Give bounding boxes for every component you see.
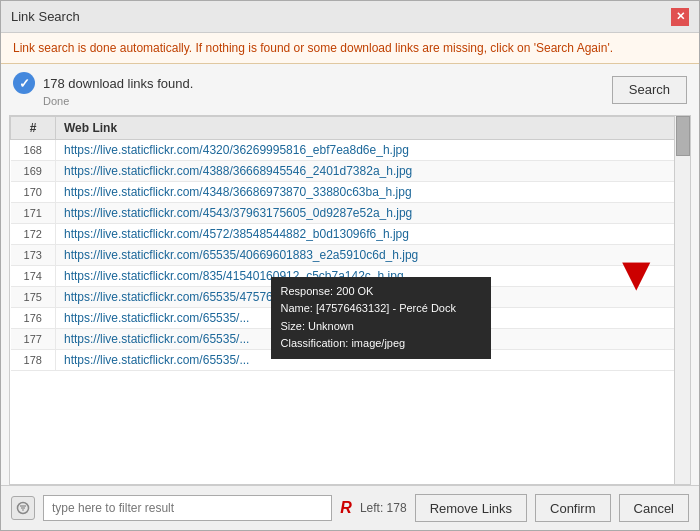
r-logo: R <box>340 499 352 517</box>
cell-num: 172 <box>11 224 56 245</box>
links-table: # Web Link 168https://live.staticflickr.… <box>10 116 690 371</box>
cell-link[interactable]: https://live.staticflickr.com/65535/4066… <box>56 245 690 266</box>
cell-link[interactable]: https://live.staticflickr.com/4320/36269… <box>56 140 690 161</box>
cell-link[interactable]: https://live.staticflickr.com/4572/38548… <box>56 224 690 245</box>
cell-num: 175 <box>11 287 56 308</box>
info-text: Link search is done automatically. If no… <box>13 41 613 55</box>
dialog-title: Link Search <box>11 9 80 24</box>
cell-link[interactable]: https://live.staticflickr.com/65535/... <box>56 350 690 371</box>
cell-num: 176 <box>11 308 56 329</box>
table-row[interactable]: 168https://live.staticflickr.com/4320/36… <box>11 140 691 161</box>
cell-link[interactable]: https://live.staticflickr.com/65535/4757… <box>56 287 690 308</box>
cancel-button[interactable]: Cancel <box>619 494 689 522</box>
cell-link[interactable]: https://live.staticflickr.com/4388/36668… <box>56 161 690 182</box>
table-row[interactable]: 175https://live.staticflickr.com/65535/4… <box>11 287 691 308</box>
table-row[interactable]: 177https://live.staticflickr.com/65535/.… <box>11 329 691 350</box>
cell-num: 177 <box>11 329 56 350</box>
cell-num: 169 <box>11 161 56 182</box>
left-count-label: Left: 178 <box>360 501 407 515</box>
links-found-text: 178 download links found. <box>43 76 193 91</box>
cell-link[interactable]: https://live.staticflickr.com/4348/36686… <box>56 182 690 203</box>
remove-links-button[interactable]: Remove Links <box>415 494 527 522</box>
status-top: ✓ 178 download links found. <box>13 72 193 94</box>
cell-link[interactable]: https://live.staticflickr.com/65535/... <box>56 308 690 329</box>
link-search-dialog: Link Search ✕ Link search is done automa… <box>0 0 700 531</box>
col-header-link: Web Link <box>56 117 690 140</box>
cell-link[interactable]: https://live.staticflickr.com/835/415401… <box>56 266 690 287</box>
title-bar: Link Search ✕ <box>1 1 699 33</box>
filter-input[interactable] <box>43 495 332 521</box>
status-row: ✓ 178 download links found. Done Search <box>1 64 699 115</box>
table-row[interactable]: 173https://live.staticflickr.com/65535/4… <box>11 245 691 266</box>
cell-link[interactable]: https://live.staticflickr.com/65535/... <box>56 329 690 350</box>
scrollbar[interactable] <box>674 116 690 484</box>
table-row[interactable]: 178https://live.staticflickr.com/65535/.… <box>11 350 691 371</box>
cell-num: 170 <box>11 182 56 203</box>
table-row[interactable]: 176https://live.staticflickr.com/65535/.… <box>11 308 691 329</box>
table-row[interactable]: 174https://live.staticflickr.com/835/415… <box>11 266 691 287</box>
cell-link[interactable]: https://live.staticflickr.com/4543/37963… <box>56 203 690 224</box>
scrollbar-thumb[interactable] <box>676 116 690 156</box>
checkmark-icon: ✓ <box>13 72 35 94</box>
search-button[interactable]: Search <box>612 76 687 104</box>
confirm-button[interactable]: Confirm <box>535 494 611 522</box>
info-bar: Link search is done automatically. If no… <box>1 33 699 64</box>
status-left: ✓ 178 download links found. Done <box>13 72 193 107</box>
cell-num: 178 <box>11 350 56 371</box>
table-row[interactable]: 171https://live.staticflickr.com/4543/37… <box>11 203 691 224</box>
cell-num: 171 <box>11 203 56 224</box>
col-header-num: # <box>11 117 56 140</box>
footer: R Left: 178 Remove Links Confirm Cancel <box>1 485 699 530</box>
cell-num: 173 <box>11 245 56 266</box>
table-container: # Web Link 168https://live.staticflickr.… <box>9 115 691 485</box>
cell-num: 174 <box>11 266 56 287</box>
table-row[interactable]: 172https://live.staticflickr.com/4572/38… <box>11 224 691 245</box>
done-label: Done <box>43 95 69 107</box>
cell-num: 168 <box>11 140 56 161</box>
filter-icon[interactable] <box>11 496 35 520</box>
table-header-row: # Web Link <box>11 117 691 140</box>
close-button[interactable]: ✕ <box>671 8 689 26</box>
table-row[interactable]: 170https://live.staticflickr.com/4348/36… <box>11 182 691 203</box>
table-row[interactable]: 169https://live.staticflickr.com/4388/36… <box>11 161 691 182</box>
